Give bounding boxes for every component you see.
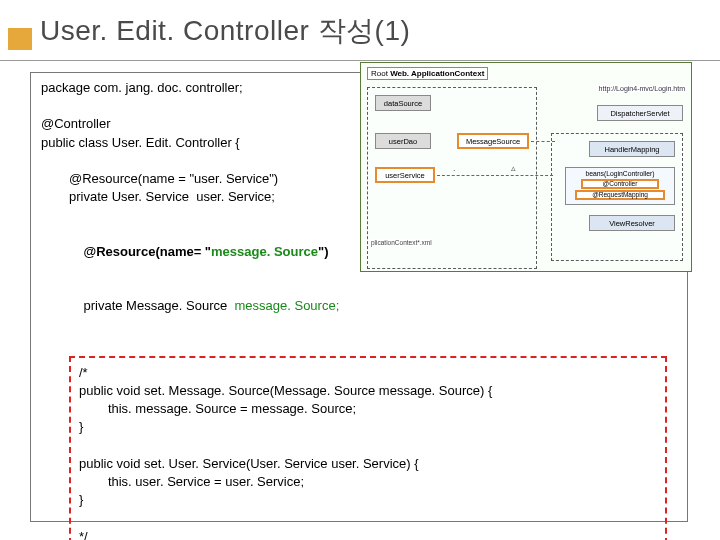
code-fragment: @Resource(name= " — [83, 244, 211, 259]
code-line: private Message. Source message. Source; — [41, 279, 677, 334]
code-fragment: message. Source — [211, 244, 318, 259]
box-beans: beans(LoginController) @Controller @Requ… — [565, 167, 675, 205]
diagram-url: http://Login4-mvc/Login.htm — [597, 85, 687, 92]
slide-title: User. Edit. Controller 작성(1) — [40, 12, 410, 50]
box-userservice: userService — [375, 167, 435, 183]
arrow-dot: · — [453, 165, 456, 175]
box-dispatcher: DispatcherServlet — [597, 105, 683, 121]
box-datasource: dataSource — [375, 95, 431, 111]
code-fragment: ") — [318, 244, 329, 259]
accent-bar — [8, 28, 32, 50]
box-handlermapping: HandlerMapping — [589, 141, 675, 157]
comment-line: this. user. Service = user. Service; — [79, 473, 657, 491]
comment-blank — [79, 509, 657, 527]
comment-line: public void set. Message. Source(Message… — [79, 382, 657, 400]
title-underline — [0, 60, 720, 61]
arrow-arrowhead: ▵ — [511, 163, 516, 173]
comment-line: } — [79, 491, 657, 509]
beans-label: beans(LoginController) — [568, 170, 672, 178]
architecture-diagram: Root Web. ApplicationContext http://Logi… — [360, 62, 692, 272]
comment-blank — [79, 437, 657, 455]
diagram-root-label: Root Web. ApplicationContext — [367, 67, 488, 80]
code-fragment: message. Source; — [234, 298, 339, 313]
arrow-line — [531, 141, 555, 142]
comment-line: this. message. Source = message. Source; — [79, 400, 657, 418]
comment-line: */ — [79, 528, 657, 541]
arrow-line — [437, 175, 553, 176]
comment-line: public void set. User. Service(User. Ser… — [79, 455, 657, 473]
box-viewresolver: ViewResolver — [589, 215, 675, 231]
code-fragment: private Message. Source — [83, 298, 234, 313]
label-bold: Web. ApplicationContext — [390, 69, 484, 78]
box-messagesource: MessageSource — [457, 133, 529, 149]
code-blank — [41, 334, 677, 352]
label-prefix: Root — [371, 69, 390, 78]
comment-line: /* — [79, 364, 657, 382]
box-reqmap-anno: @RequestMapping — [575, 190, 665, 200]
comment-line: } — [79, 418, 657, 436]
commented-code-box: /* public void set. Message. Source(Mess… — [69, 356, 667, 540]
ctx-xml-label: plicationContext*.xml — [371, 239, 432, 246]
box-userdao: userDao — [375, 133, 431, 149]
box-controller-anno: @Controller — [581, 179, 659, 189]
